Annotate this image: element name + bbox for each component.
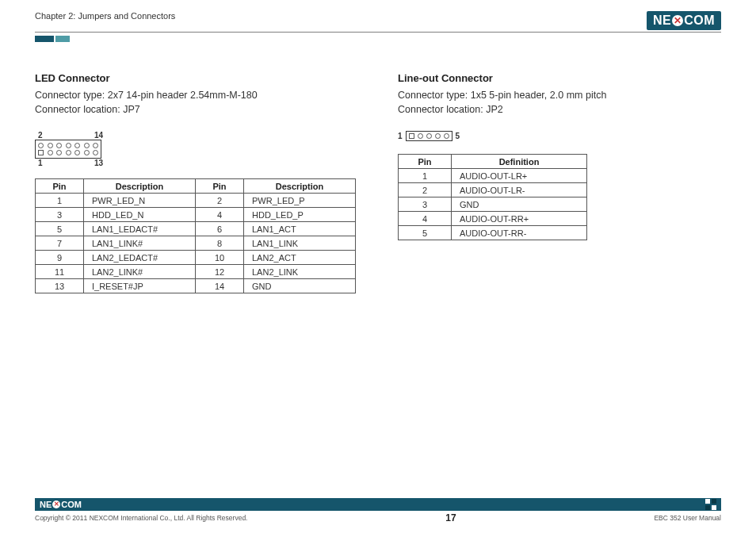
table-row: 11LAN2_LINK#12LAN2_LINK — [36, 265, 356, 279]
lineout-pin-diagram: 1 5 — [398, 131, 721, 141]
table-row: 2AUDIO-OUT-LR- — [399, 183, 587, 197]
table-row: 13I_RESET#JP14GND — [36, 279, 356, 293]
page-header: Chapter 2: Jumpers and Connectors NE ✕ C… — [35, 11, 721, 33]
led-pin-table: Pin Description Pin Description 1PWR_LED… — [35, 178, 356, 293]
copyright: Copyright © 2011 NEXCOM International Co… — [35, 514, 247, 522]
doc-title: EBC 352 User Manual — [654, 514, 721, 522]
footer-bottom: Copyright © 2011 NEXCOM International Co… — [35, 512, 721, 523]
lineout-title: Line-out Connector — [398, 72, 721, 84]
led-title: LED Connector — [35, 72, 358, 84]
lineout-pin-table: Pin Definition 1AUDIO-OUT-LR+ 2AUDIO-OUT… — [398, 154, 587, 240]
logo-x-icon: ✕ — [672, 15, 683, 26]
led-pin-diagram: 2 14 1 13 — [35, 131, 106, 167]
table-row: 7LAN1_LINK#8LAN1_LINK — [36, 236, 356, 251]
led-connector-section: LED Connector Connector type: 2x7 14-pin… — [35, 72, 358, 293]
table-row: 5AUDIO-OUT-RR- — [399, 226, 587, 240]
header-accent — [35, 36, 70, 42]
table-row: 1PWR_LED_N2PWR_LED_P — [36, 194, 356, 208]
table-row: 5LAN1_LEDACT#6LAN1_ACT — [36, 222, 356, 236]
lineout-description: Connector type: 1x5 5-pin header, 2.0 mm… — [398, 89, 721, 117]
chapter-title: Chapter 2: Jumpers and Connectors — [35, 11, 175, 21]
table-row: 4AUDIO-OUT-RR+ — [399, 212, 587, 226]
logo-x-icon: ✕ — [52, 500, 60, 508]
brand-logo: NE ✕ COM — [647, 11, 721, 30]
footer-bar: NE ✕ COM — [35, 498, 721, 511]
table-row: 1AUDIO-OUT-LR+ — [399, 169, 587, 183]
lineout-connector-section: Line-out Connector Connector type: 1x5 5… — [398, 72, 721, 293]
table-row: 3HDD_LED_N4HDD_LED_P — [36, 208, 356, 222]
table-row: 3GND — [399, 197, 587, 212]
footer-squares-icon — [705, 499, 716, 510]
page-number: 17 — [445, 512, 456, 523]
footer-logo: NE ✕ COM — [40, 500, 82, 509]
led-description: Connector type: 2x7 14-pin header 2.54mm… — [35, 89, 358, 117]
table-row: 9LAN2_LEDACT#10LAN2_ACT — [36, 251, 356, 265]
